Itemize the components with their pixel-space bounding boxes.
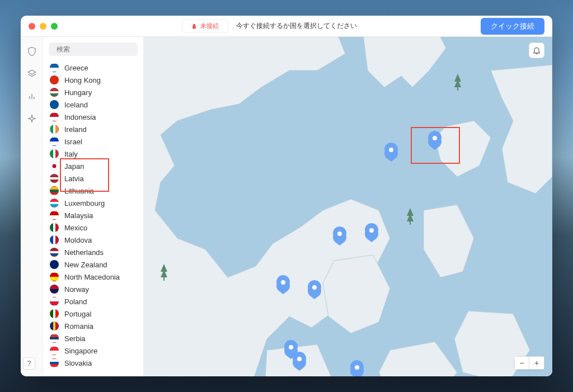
country-item-north-macedonia[interactable]: North Macedonia (43, 271, 143, 283)
flag-icon (50, 309, 59, 318)
country-item-moldova[interactable]: Moldova (43, 234, 143, 246)
help-button[interactable]: ? (23, 357, 35, 370)
flag-icon (50, 297, 59, 306)
notifications-button[interactable] (529, 42, 544, 58)
svg-point-23 (289, 345, 293, 350)
country-item-latvia[interactable]: Latvia (43, 172, 143, 185)
map-area[interactable]: − + (144, 37, 552, 376)
flag-icon (50, 149, 59, 158)
country-item-ireland[interactable]: Ireland (43, 123, 143, 135)
quick-connect-button[interactable]: クイック接続 (481, 18, 544, 35)
country-label: Ireland (64, 125, 87, 134)
flag-icon (50, 174, 59, 183)
country-label: Hungary (64, 88, 92, 97)
close-window-button[interactable] (29, 23, 35, 30)
flag-icon (50, 112, 59, 121)
country-label: Latvia (64, 174, 84, 183)
country-item-italy[interactable]: Italy (43, 148, 143, 160)
flag-icon (50, 211, 59, 220)
country-item-iceland[interactable]: Iceland (43, 98, 143, 111)
svg-point-13 (389, 148, 393, 152)
flag-icon (50, 358, 59, 367)
app-body: GreeceHong KongHungaryIcelandIndonesiaIr… (21, 37, 552, 376)
app-window: 未接続 今すぐ接続するか国を選択してください クイック接続 (21, 16, 552, 376)
svg-point-21 (312, 285, 317, 290)
flag-icon (50, 272, 59, 281)
flag-icon (50, 75, 59, 84)
country-item-romania[interactable]: Romania (43, 320, 143, 332)
country-item-singapore[interactable]: Singapore (43, 344, 143, 357)
svg-point-11 (433, 136, 437, 140)
country-item-hong-kong[interactable]: Hong Kong (43, 74, 143, 86)
flag-icon (50, 186, 59, 195)
flag-icon (50, 162, 59, 171)
country-item-indonesia[interactable]: Indonesia (43, 111, 143, 123)
country-item-norway[interactable]: Norway (43, 283, 143, 295)
country-label: Moldova (64, 236, 92, 244)
country-label: Portugal (64, 310, 91, 318)
minimize-window-button[interactable] (40, 23, 46, 30)
flag-icon (50, 125, 59, 134)
country-label: Greece (64, 64, 88, 72)
country-label: Israel (64, 138, 82, 146)
flag-icon (50, 235, 59, 244)
zoom-out-button[interactable]: − (515, 357, 529, 369)
country-label: Japan (64, 162, 84, 171)
country-item-luxembourg[interactable]: Luxembourg (43, 197, 143, 209)
country-label: Poland (64, 297, 87, 306)
country-label: New Zealand (64, 261, 107, 269)
left-nav (21, 37, 43, 376)
country-label: Netherlands (64, 248, 104, 257)
flag-icon (50, 322, 59, 330)
svg-point-25 (297, 357, 302, 361)
flag-icon (50, 199, 59, 207)
country-item-poland[interactable]: Poland (43, 295, 143, 308)
country-item-new-zealand[interactable]: New Zealand (43, 258, 143, 271)
country-item-japan[interactable]: Japan (43, 160, 143, 172)
country-item-lithuania[interactable]: Lithuania (43, 185, 143, 197)
layers-icon[interactable] (26, 68, 37, 79)
country-item-malaysia[interactable]: Malaysia (43, 209, 143, 221)
country-label: Romania (64, 322, 93, 330)
search-input[interactable] (57, 45, 140, 53)
country-item-slovakia[interactable]: Slovakia (43, 357, 143, 369)
country-item-portugal[interactable]: Portugal (43, 308, 143, 320)
country-item-serbia[interactable]: Serbia (43, 332, 143, 344)
svg-marker-3 (29, 115, 35, 122)
country-item-hungary[interactable]: Hungary (43, 86, 143, 98)
country-list[interactable]: GreeceHong KongHungaryIcelandIndonesiaIr… (43, 59, 143, 376)
country-label: Italy (64, 150, 78, 158)
country-label: Indonesia (64, 113, 96, 121)
country-label: Hong Kong (64, 76, 101, 84)
country-label: Malaysia (64, 211, 93, 220)
flag-icon (50, 100, 59, 109)
search-box[interactable] (49, 42, 138, 56)
flag-icon (50, 63, 59, 72)
connection-status: 未接続 (182, 19, 228, 33)
flag-icon (50, 334, 59, 343)
country-label: Iceland (64, 101, 88, 109)
shield-icon[interactable] (26, 46, 37, 57)
map-pin[interactable] (384, 143, 398, 162)
titlebar-title: 今すぐ接続するか国を選択してください (236, 21, 357, 31)
svg-point-19 (281, 280, 285, 285)
locate-icon[interactable] (26, 113, 37, 124)
country-label: Lithuania (64, 187, 94, 195)
country-item-greece[interactable]: Greece (43, 62, 143, 74)
svg-point-27 (355, 365, 359, 370)
country-item-mexico[interactable]: Mexico (43, 221, 143, 234)
status-label: 未接続 (200, 22, 219, 30)
stats-icon[interactable] (26, 91, 37, 102)
svg-point-15 (369, 228, 374, 233)
unlock-icon (191, 23, 197, 29)
zoom-in-button[interactable]: + (529, 357, 544, 369)
country-item-netherlands[interactable]: Netherlands (43, 246, 143, 258)
maximize-window-button[interactable] (51, 23, 58, 30)
map-canvas[interactable] (144, 37, 552, 376)
flag-icon (50, 137, 59, 146)
country-label: Slovakia (64, 359, 92, 367)
country-item-israel[interactable]: Israel (43, 135, 143, 148)
flag-icon (50, 346, 59, 355)
map-pin[interactable] (350, 360, 364, 376)
titlebar: 未接続 今すぐ接続するか国を選択してください クイック接続 (21, 16, 552, 37)
